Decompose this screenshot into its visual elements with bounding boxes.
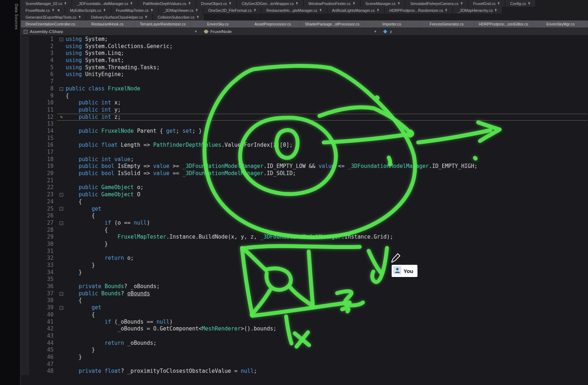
code-line[interactable]: 9{ [21, 93, 588, 100]
pin-icon[interactable] [253, 9, 256, 12]
fold-toggle-icon[interactable]: - [57, 191, 66, 198]
fold-toggle-icon[interactable]: - [57, 85, 66, 93]
chevron-down-icon[interactable]: ▼ [374, 30, 377, 33]
breakpoint-margin[interactable] [21, 354, 29, 361]
tab-OneSec3D_FileFormat.cs[interactable]: OneSec3D_FileFormat.cs [204, 7, 261, 14]
tab-DroneOrientationController.cs[interactable]: DroneOrientationController.cs [21, 20, 80, 28]
code-line[interactable]: 39- get [21, 304, 588, 311]
pin-icon[interactable] [150, 9, 153, 12]
breakpoint-margin[interactable] [21, 64, 29, 71]
pin-icon[interactable] [196, 15, 199, 19]
fold-toggle-icon[interactable]: - [57, 206, 66, 213]
breakpoint-margin[interactable] [21, 71, 29, 78]
breakpoint-margin[interactable] [21, 198, 29, 206]
code-line[interactable]: 36 private Bounds? _oBounds; [21, 283, 588, 290]
code-line[interactable]: 20 public bool IsSolid => value == _3DFo… [21, 170, 588, 177]
code-line[interactable]: 30 } [21, 241, 588, 248]
code-line[interactable]: 21 [21, 177, 588, 184]
fold-toggle-icon[interactable]: - [57, 290, 66, 297]
code-line[interactable]: 32 return o; [21, 255, 588, 262]
breakpoint-margin[interactable] [21, 107, 29, 114]
breakpoint-margin[interactable] [21, 220, 29, 227]
tab-CityGen3DGen...torWrapper.cs[interactable]: CityGen3DGen...torWrapper.cs [237, 0, 303, 7]
breakpoint-margin[interactable] [21, 184, 29, 191]
tab-Importer.cs[interactable]: Importer.cs [364, 20, 419, 28]
code-line[interactable]: 45 } [21, 347, 588, 354]
breakpoint-margin[interactable] [21, 361, 29, 368]
breakpoint-margin[interactable] [21, 227, 29, 234]
tab-SceneManager_02.cs[interactable]: SceneManager_02.cs [21, 0, 71, 7]
tab-RestaurantHook.cs[interactable]: RestaurantHook.cs [80, 20, 135, 28]
tab-FruxelNode.cs[interactable]: FruxelNode.cs× [21, 7, 65, 14]
breakpoint-margin[interactable] [21, 142, 29, 149]
tab-HDRPPostproc...Randomizer.cs[interactable]: HDRPPostproc...Randomizer.cs [385, 7, 452, 14]
pin-icon[interactable] [353, 2, 355, 5]
code-line[interactable]: 40 { [21, 311, 588, 319]
code-line[interactable]: 6using UnityEngine; [21, 71, 588, 78]
breakpoint-margin[interactable] [21, 206, 29, 213]
pin-icon[interactable] [377, 9, 379, 12]
code-line[interactable]: 34 } [21, 269, 588, 276]
breakpoint-margin[interactable] [21, 43, 29, 50]
tab-DeliverySurfaceClassHelper.cs[interactable]: DeliverySurfaceClassHelper.cs [87, 14, 152, 20]
breakpoint-margin[interactable] [21, 212, 29, 220]
breakpoint-margin[interactable] [21, 297, 29, 304]
code-line[interactable]: 2using System.Collections.Generic; [21, 43, 588, 50]
breakpoint-margin[interactable] [21, 50, 29, 57]
code-line[interactable]: 28 { [21, 227, 588, 234]
tab-FencesGenerator.cs[interactable]: FencesGenerator.cs [419, 20, 474, 28]
breakpoint-margin[interactable] [21, 135, 29, 142]
tab-RestaurantHo...pleManager.cs[interactable]: RestaurantHo...pleManager.cs [262, 7, 327, 14]
pin-icon[interactable] [195, 9, 198, 12]
tab-EnviroSkyMgr.cs[interactable]: EnviroSkyMgr.cs [533, 20, 588, 28]
code-line[interactable]: 24 { [21, 198, 588, 206]
code-line[interactable]: 17 [21, 149, 588, 156]
tab-FruxelMapTester.cs[interactable]: FruxelMapTester.cs [111, 7, 158, 14]
code-line[interactable]: 14 public FruxelNode Parent { get; set; … [21, 128, 588, 135]
breakpoint-margin[interactable] [21, 99, 29, 107]
code-line[interactable]: 42 _oBounds = O.GetComponent<MeshRendere… [21, 325, 588, 333]
breakpoint-margin[interactable] [21, 248, 29, 255]
code-line[interactable]: 38 { [21, 297, 588, 304]
breakpoint-margin[interactable] [21, 156, 29, 163]
pin-icon[interactable] [528, 2, 531, 5]
pin-icon[interactable] [295, 2, 298, 5]
breakpoint-margin[interactable] [21, 269, 29, 276]
breakpoint-margin[interactable] [21, 177, 29, 184]
pin-icon[interactable] [497, 2, 500, 5]
code-line[interactable]: 43 [21, 333, 588, 340]
code-line[interactable]: 23- public GameObject O [21, 191, 588, 198]
fold-toggle-icon[interactable]: - [57, 304, 66, 311]
breakpoint-margin[interactable] [21, 325, 29, 333]
tab-PathfinderDepthValues.cs[interactable]: PathfinderDepthValues.cs [138, 0, 196, 7]
tab-FruxelGrid.cs[interactable]: FruxelGrid.cs [468, 0, 505, 7]
member-dropdown[interactable]: z [380, 28, 588, 35]
code-line[interactable]: 46 } [21, 354, 588, 361]
pin-icon[interactable] [103, 9, 106, 12]
breakpoint-margin[interactable] [21, 234, 29, 241]
code-line[interactable]: 18 public int value; [21, 156, 588, 163]
code-line[interactable]: 7 [21, 78, 588, 85]
breakpoint-margin[interactable] [21, 121, 29, 128]
code-line[interactable]: 33 } [21, 262, 588, 269]
data-sources-tab[interactable]: Data Sources [14, 4, 19, 30]
fold-toggle-icon[interactable]: - [57, 36, 66, 43]
chevron-down-icon[interactable]: ▼ [194, 30, 197, 33]
code-line[interactable]: 11 public int y; [21, 107, 588, 114]
tab-_3DMapViewer.cs[interactable]: _3DMapViewer.cs [159, 7, 203, 14]
breakpoint-margin[interactable] [21, 333, 29, 340]
code-line[interactable]: 27- if (o == null) [21, 220, 588, 227]
pin-icon[interactable] [397, 2, 400, 5]
code-line[interactable]: 13 [21, 121, 588, 128]
breakpoint-margin[interactable] [21, 149, 29, 156]
pin-icon[interactable] [188, 2, 191, 5]
breakpoint-margin[interactable] [21, 283, 29, 290]
pin-icon[interactable] [64, 2, 67, 5]
pin-icon[interactable] [319, 9, 322, 12]
code-line[interactable]: 47 [21, 361, 588, 368]
code-line[interactable]: 1-using System; [21, 36, 588, 43]
breakpoint-margin[interactable] [21, 128, 29, 135]
close-icon[interactable]: × [57, 8, 60, 13]
tab-SceneManager.cs[interactable]: SceneManager.cs [361, 0, 405, 7]
pin-icon[interactable] [52, 9, 55, 12]
